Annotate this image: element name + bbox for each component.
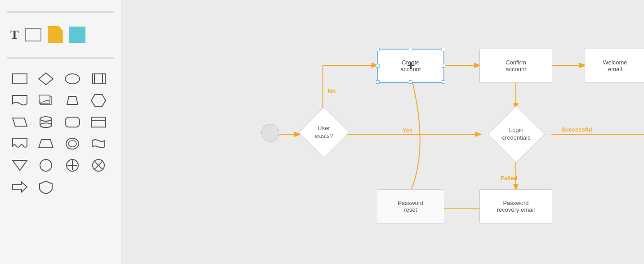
sidebar: T: [0, 0, 121, 264]
svg-marker-8: [67, 96, 78, 105]
svg-marker-29: [13, 182, 27, 192]
svg-point-2: [65, 74, 80, 84]
node-password-reset[interactable]: Passwordreset: [377, 189, 444, 223]
canvas[interactable]: Userexists? Createaccount ✛ Confirmaccou…: [121, 0, 644, 264]
rect-tool[interactable]: [25, 28, 41, 41]
shape-hexagon[interactable]: [89, 92, 108, 109]
sidebar-divider-top: [7, 11, 114, 13]
label-yes: Yes: [402, 127, 412, 134]
node-password-recovery[interactable]: Passwordrecovery email: [479, 189, 552, 223]
node-user-exists-label: Userexists?: [315, 125, 333, 140]
shape-shield[interactable]: [36, 178, 55, 196]
svg-rect-15: [65, 117, 80, 127]
node-welcome-email[interactable]: Welcomeemail: [585, 49, 644, 83]
svg-marker-21: [13, 160, 27, 170]
sidebar-divider-mid: [7, 57, 114, 59]
shape-rectangle[interactable]: [10, 70, 29, 87]
node-password-recovery-label: Passwordrecovery email: [497, 200, 535, 213]
node-welcome-email-label: Welcomeemail: [603, 59, 627, 73]
shape-trapezoid[interactable]: [63, 92, 82, 109]
shape-diamond[interactable]: [36, 70, 55, 87]
svg-point-19: [66, 138, 79, 149]
shape-double-rect[interactable]: [89, 70, 108, 87]
svg-point-22: [40, 159, 52, 171]
svg-point-14: [40, 123, 52, 127]
svg-point-11: [40, 117, 52, 121]
node-confirm-account[interactable]: Confirmaccount: [479, 49, 552, 83]
svg-marker-9: [91, 95, 106, 106]
shape-arrow[interactable]: [10, 178, 29, 196]
label-successful: Successful: [561, 126, 592, 133]
tools-row: T: [7, 22, 114, 48]
page-tool[interactable]: [48, 26, 63, 43]
shape-multi-doc[interactable]: [36, 92, 55, 109]
node-confirm-account-label: Confirmaccount: [505, 59, 526, 73]
label-failed: Failed: [501, 175, 518, 182]
shape-striped-rect[interactable]: [89, 114, 108, 131]
svg-marker-1: [39, 73, 53, 85]
text-tool[interactable]: T: [10, 27, 19, 42]
shape-circle-x[interactable]: [89, 157, 108, 174]
shape-rounded-rect[interactable]: [63, 114, 82, 131]
node-password-reset-label: Passwordreset: [398, 200, 423, 213]
svg-point-20: [68, 141, 76, 147]
sticky-tool[interactable]: [69, 27, 85, 43]
svg-rect-16: [91, 117, 106, 127]
shape-circle-plus[interactable]: [63, 157, 82, 174]
shape-circle-doc[interactable]: [63, 135, 82, 152]
node-create-account[interactable]: Createaccount ✛: [377, 49, 444, 83]
shape-cylinder[interactable]: [36, 114, 55, 131]
shape-circle[interactable]: [36, 157, 55, 174]
shape-parallelogram[interactable]: [10, 114, 29, 131]
shape-triangle-down[interactable]: [10, 157, 29, 174]
svg-marker-18: [39, 140, 53, 148]
node-login-creds-label: Logincredentials: [502, 127, 531, 142]
shapes-panel: [7, 68, 114, 198]
shape-wave[interactable]: [10, 135, 29, 152]
node-create-account-label: Createaccount: [400, 59, 421, 73]
svg-rect-0: [13, 74, 27, 84]
shape-trapezoid2[interactable]: [36, 135, 55, 152]
label-no: No: [328, 88, 335, 95]
shape-tape[interactable]: [89, 135, 108, 152]
shape-ellipse[interactable]: [63, 70, 82, 87]
shape-doc[interactable]: [10, 92, 29, 109]
node-start[interactable]: [261, 124, 279, 142]
svg-marker-10: [13, 118, 27, 126]
